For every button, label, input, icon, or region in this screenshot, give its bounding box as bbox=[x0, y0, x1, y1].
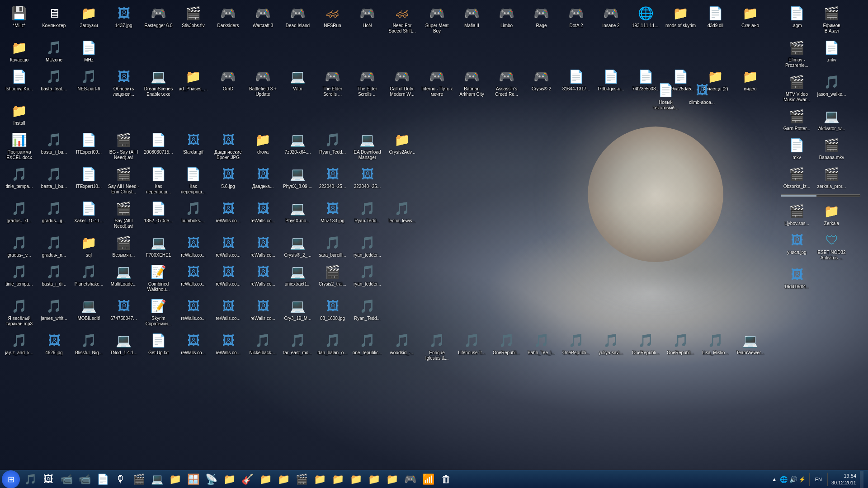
icon-bf3[interactable]: 🎮 Battlefield 3 + Update bbox=[246, 66, 280, 99]
icon-eset[interactable]: 🛡 ESET NOD32 Antivirus ... bbox=[815, 229, 849, 263]
icon-onerepubli1[interactable]: 🎵 OneRepubli... bbox=[490, 329, 524, 363]
icon-banana-mkv[interactable]: 🎬 Banana.mkv bbox=[815, 134, 849, 162]
icon-1437jpg[interactable]: 🖼 1437.jpg bbox=[107, 2, 141, 36]
icon-jay-z[interactable]: 🎵 jay-z_and_k... bbox=[2, 329, 36, 363]
icon-efimov-avi[interactable]: 🎬 Ефимов B.A.avi bbox=[815, 2, 849, 36]
tray-network[interactable]: 🌐 bbox=[780, 476, 788, 483]
icon-31644[interactable]: 📄 31644-1317... bbox=[559, 66, 593, 99]
taskbar-interesting[interactable]: 📁 bbox=[329, 471, 346, 488]
tray-expand[interactable]: ▲ bbox=[771, 475, 778, 483]
icon-basta-i-bu4[interactable]: 🎵 basta_i_bu... bbox=[37, 163, 71, 197]
icon-drova[interactable]: 📁 drova bbox=[246, 129, 280, 162]
icon-omd[interactable]: 🎮 OmD bbox=[211, 66, 245, 99]
icon-tes1[interactable]: 🎮 The Elder Scrolls ... bbox=[316, 66, 349, 99]
icon-gradus-kt[interactable]: 🎵 gradus-_kt... bbox=[2, 197, 36, 231]
icon-kachaesco[interactable]: 📁 Качаещо bbox=[2, 37, 36, 65]
icon-2008[interactable]: 📄 2008030715... bbox=[142, 129, 175, 162]
icon-slardar[interactable]: 🖼 Slardar.gif bbox=[176, 129, 210, 162]
icon-uniextract[interactable]: 💻 uniextract1... bbox=[281, 261, 315, 294]
icon-rewalls6-2[interactable]: 🖼 reWalls.co... bbox=[211, 232, 245, 260]
icon-video-folder[interactable]: 📁 видео bbox=[733, 66, 767, 99]
icon-tes2[interactable]: 🎮 The Elder Scrolls ... bbox=[350, 66, 384, 99]
icon-novyi-txt[interactable]: 📄 Новый текстовый... bbox=[649, 79, 683, 113]
icon-physx4[interactable]: 💻 PhysX_8.09.... bbox=[281, 163, 315, 197]
icon-physx-mo[interactable]: 💻 PhysX-mo... bbox=[281, 197, 315, 231]
icon-mhz2[interactable]: 📄 MHz bbox=[72, 37, 106, 65]
icon-multiloader[interactable]: 💻 MultiLoade... bbox=[107, 261, 141, 294]
icon-itexpert09[interactable]: 📄 ITExpert09... bbox=[72, 129, 106, 162]
icon-ljybov[interactable]: 🎬 Ljybov.sns... bbox=[780, 200, 814, 228]
icon-teamviewer[interactable]: 💻 TeamViewer... bbox=[733, 329, 767, 363]
icon-sara-bareill[interactable]: 🎵 sara_bareill... bbox=[316, 232, 349, 260]
taskbar-secret[interactable]: 📁 bbox=[365, 471, 382, 488]
taskbar-suny[interactable]: 📁 bbox=[383, 471, 401, 488]
icon-nfsrun[interactable]: 🏎 NFSRun bbox=[316, 2, 349, 36]
icon-dota2[interactable]: 🎮 DotA 2 bbox=[559, 2, 593, 36]
icon-getup[interactable]: 📄 Get Up.txt bbox=[142, 329, 175, 363]
taskbar-voice[interactable]: 🎙 bbox=[112, 471, 129, 488]
icon-d3d9[interactable]: 📄 d3d9.dll bbox=[698, 2, 732, 36]
icon-5-6-jpg[interactable]: 🖼 5.6.jpg bbox=[211, 163, 245, 197]
icon-leona-lewis[interactable]: 🎵 leona_lewis... bbox=[385, 197, 419, 231]
icon-rewalls9-1[interactable]: 🖼 reWalls.co... bbox=[176, 329, 210, 363]
icon-rewalls2[interactable]: 🖼 reWalls.co... bbox=[246, 197, 280, 231]
tray-power[interactable]: ⚡ bbox=[799, 476, 806, 483]
icon-obzorka[interactable]: 🎬 Obzorka_Iz... bbox=[780, 163, 814, 191]
icon-skyrim[interactable]: 📝 Skyrim Соратники... bbox=[142, 295, 175, 328]
taskbar-video2[interactable]: 📹 bbox=[76, 471, 93, 488]
icon-gradus-v[interactable]: 🎵 gradus-_v... bbox=[2, 232, 36, 260]
icon-insane2[interactable]: 🎮 Insane 2 bbox=[594, 2, 628, 36]
icon-ea-manager[interactable]: 💻 EA Download Manager bbox=[350, 129, 384, 162]
icon-ishodnyj[interactable]: 📄 Ishodnyj.Ko... bbox=[2, 66, 36, 99]
icon-witn[interactable]: 💻 Witn bbox=[281, 66, 315, 99]
icon-xaker[interactable]: 📄 Xaker_10.11... bbox=[72, 197, 106, 231]
icon-darksiders[interactable]: 🎮 Darksiders bbox=[211, 2, 245, 36]
icon-bumboks[interactable]: 🎵 bumboks-... bbox=[176, 197, 210, 231]
icon-rewalls7-1[interactable]: 🖼 reWalls.co... bbox=[176, 261, 210, 294]
icon-dan-balan[interactable]: 🎵 dan_balan_o... bbox=[316, 329, 349, 363]
icon-skachano[interactable]: 📁 Скачано bbox=[733, 2, 767, 36]
icon-crysis2-exe[interactable]: 💻 Crysis®_2_... bbox=[281, 232, 315, 260]
icon-assassins[interactable]: 🎮 Assassin's Creed Re... bbox=[490, 66, 524, 99]
icon-excel[interactable]: 📊 Программа EXCEL.docx bbox=[2, 129, 36, 162]
icon-mafia2[interactable]: 🎮 Mafia II bbox=[455, 2, 489, 36]
taskbar-aimp3[interactable]: 🎵 bbox=[22, 471, 39, 488]
icon-gradus-n[interactable]: 🎵 gradus-_n... bbox=[37, 232, 71, 260]
taskbar-megafon[interactable]: 📶 bbox=[420, 471, 437, 488]
icon-far-east[interactable]: 🎵 far_east_mo... bbox=[281, 329, 315, 363]
icon-gradus-g[interactable]: 🎵 gradus-_g... bbox=[37, 197, 71, 231]
icon-muzone[interactable]: 🎵 MUzone bbox=[37, 37, 71, 65]
show-desktop-button[interactable] bbox=[860, 471, 863, 488]
icon-nfs-shift[interactable]: 🏎 Need For Speed Shift... bbox=[385, 2, 419, 36]
icon-ryan-tedd3[interactable]: 🎵 Ryan_Tedd... bbox=[316, 129, 349, 162]
icon-rewalls8-2[interactable]: 🖼 reWalls.co... bbox=[211, 295, 245, 328]
icon-rewalls7-3[interactable]: 🖼 reWalls.co... bbox=[246, 261, 280, 294]
icon-sql[interactable]: 📁 sql bbox=[72, 232, 106, 260]
icon-crysis2[interactable]: 🎮 Crysis® 2 bbox=[524, 66, 558, 99]
taskbar-photoscape[interactable]: 🖼 bbox=[40, 471, 57, 488]
icon-basta-di[interactable]: 🎵 basta_i_di... bbox=[37, 261, 71, 294]
icon-enrique[interactable]: 🎵 Enrique Iglesias &... bbox=[420, 329, 454, 363]
icon-obnovit[interactable]: 🖼 Обновить лицензи... bbox=[107, 66, 141, 99]
icon-aktivator[interactable]: 💻 Aktivator_w... bbox=[815, 105, 849, 133]
icon-jason-walke[interactable]: 🎵 jason_walke... bbox=[815, 71, 849, 104]
taskbar-republic[interactable]: 📁 bbox=[311, 471, 328, 488]
taskbar-vista[interactable]: 🪟 bbox=[184, 471, 202, 488]
tray-volume[interactable]: 🔊 bbox=[789, 476, 797, 483]
icon-cod-mw[interactable]: 🎮 Call of Duty: Modern W... bbox=[385, 66, 419, 99]
icon-rewalls1[interactable]: 🖼 reWalls.co... bbox=[211, 197, 245, 231]
icon-rage[interactable]: 🎮 Rage bbox=[524, 2, 558, 36]
icon-efimov[interactable]: 🎬 Efimov - Prozrenie... bbox=[780, 37, 814, 70]
icon-4629jpg[interactable]: 🖼 4629.jpg bbox=[37, 329, 71, 363]
icon-computer[interactable]: 🖥 Компьютер bbox=[37, 2, 71, 36]
taskbar-marfa[interactable]: 🎬 bbox=[293, 471, 310, 488]
icon-222040-1[interactable]: 🖼 222040--25... bbox=[316, 163, 349, 197]
icon-itexpert10[interactable]: 📄 ITExpert10... bbox=[72, 163, 106, 197]
taskbar-eastegger2[interactable]: 🎮 bbox=[401, 471, 419, 488]
icon-ad-phases[interactable]: 📁 ad_Phases_... bbox=[176, 66, 210, 99]
icon-cry3[interactable]: 💻 Cry3_19_M... bbox=[281, 295, 315, 328]
icon-mkv[interactable]: 📄 .mkv bbox=[815, 37, 849, 70]
icon-one-republic[interactable]: 🎵 one_republic... bbox=[350, 329, 384, 363]
icon-daad[interactable]: 🖼 Дааднческие Броня.JPG bbox=[211, 129, 245, 162]
icon-bezymyan[interactable]: 🎬 Безымян... bbox=[107, 232, 141, 260]
